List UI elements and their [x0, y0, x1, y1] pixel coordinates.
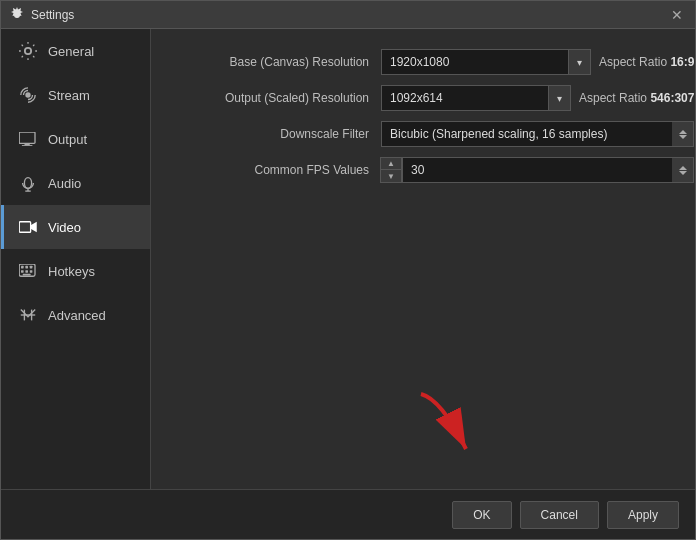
footer: OK Cancel Apply [1, 489, 695, 539]
svg-rect-3 [19, 132, 35, 143]
svg-rect-5 [22, 145, 33, 146]
fps-label: Common FPS Values [171, 163, 381, 177]
sidebar-item-output[interactable]: Output [1, 117, 150, 161]
svg-rect-17 [30, 270, 33, 273]
window-content: General Stream [1, 29, 695, 489]
video-icon [18, 217, 38, 237]
base-resolution-label: Base (Canvas) Resolution [171, 55, 381, 69]
fps-row: Common FPS Values ▲ ▼ 30 60 24 [171, 157, 694, 183]
output-resolution-input[interactable] [381, 85, 549, 111]
fps-arrow-up-icon [679, 166, 687, 170]
base-aspect-ratio-label: Aspect Ratio 16:9 [599, 55, 694, 69]
downscale-filter-select[interactable]: Bicubic (Sharpened scaling, 16 samples) [381, 121, 694, 147]
svg-rect-15 [21, 270, 24, 273]
sidebar-item-hotkeys[interactable]: Hotkeys [1, 249, 150, 293]
sidebar-video-label: Video [48, 220, 81, 235]
cancel-button[interactable]: Cancel [520, 501, 599, 529]
main-content: Base (Canvas) Resolution ▾ Aspect Ratio … [151, 29, 695, 489]
settings-title-icon [9, 7, 25, 23]
downscale-select-wrapper: Bicubic (Sharpened scaling, 16 samples) [381, 121, 694, 147]
fps-spinner-up[interactable]: ▲ [380, 157, 402, 170]
general-icon [18, 41, 38, 61]
fps-spinner[interactable]: ▲ ▼ [380, 157, 402, 183]
sidebar: General Stream [1, 29, 151, 489]
svg-rect-14 [30, 266, 33, 269]
base-resolution-controls: ▾ Aspect Ratio 16:9 [381, 49, 694, 75]
base-resolution-input[interactable] [381, 49, 569, 75]
sidebar-advanced-label: Advanced [48, 308, 106, 323]
output-resolution-label: Output (Scaled) Resolution [171, 91, 381, 105]
window-title: Settings [31, 8, 74, 22]
fps-spinner-down[interactable]: ▼ [380, 170, 402, 183]
settings-window: Settings ✕ General [0, 0, 696, 540]
svg-point-1 [25, 48, 31, 54]
fps-arrow[interactable] [672, 157, 694, 183]
sidebar-output-label: Output [48, 132, 87, 147]
downscale-filter-label: Downscale Filter [171, 127, 381, 141]
svg-point-6 [24, 178, 31, 189]
output-resolution-row: Output (Scaled) Resolution ▾ Aspect Rati… [171, 85, 694, 111]
hotkeys-icon [18, 261, 38, 281]
stream-icon [18, 85, 38, 105]
svg-rect-16 [25, 270, 28, 273]
downscale-filter-row: Downscale Filter Bicubic (Sharpened scal… [171, 121, 694, 147]
fps-arrow-down-icon [679, 171, 687, 175]
arrow-up-icon [679, 130, 687, 134]
sidebar-item-advanced[interactable]: Advanced [1, 293, 150, 337]
svg-rect-18 [23, 274, 31, 276]
base-resolution-dropdown[interactable]: ▾ [569, 49, 591, 75]
svg-point-2 [25, 92, 30, 97]
svg-rect-9 [19, 222, 30, 233]
video-settings-section: Base (Canvas) Resolution ▾ Aspect Ratio … [171, 49, 694, 469]
sidebar-item-general[interactable]: General [1, 29, 150, 73]
svg-rect-12 [21, 266, 24, 269]
fps-controls: ▲ ▼ 30 60 24 [381, 157, 694, 183]
sidebar-item-video[interactable]: Video [1, 205, 150, 249]
arrow-down-icon [679, 135, 687, 139]
fps-select-wrapper: 30 60 24 [402, 157, 694, 183]
downscale-filter-controls: Bicubic (Sharpened scaling, 16 samples) [381, 121, 694, 147]
svg-marker-10 [31, 222, 37, 233]
sidebar-general-label: General [48, 44, 94, 59]
titlebar: Settings ✕ [1, 1, 695, 29]
output-resolution-controls: ▾ Aspect Ratio 546:307 [381, 85, 694, 111]
svg-rect-13 [25, 266, 28, 269]
sidebar-item-audio[interactable]: Audio [1, 161, 150, 205]
output-resolution-dropdown[interactable]: ▾ [549, 85, 571, 111]
titlebar-left: Settings [9, 7, 74, 23]
sidebar-hotkeys-label: Hotkeys [48, 264, 95, 279]
apply-button[interactable]: Apply [607, 501, 679, 529]
advanced-icon [18, 305, 38, 325]
audio-icon [18, 173, 38, 193]
svg-rect-4 [25, 143, 30, 145]
output-icon [18, 129, 38, 149]
close-button[interactable]: ✕ [667, 5, 687, 25]
sidebar-audio-label: Audio [48, 176, 81, 191]
ok-button[interactable]: OK [452, 501, 511, 529]
fps-select[interactable]: 30 60 24 [402, 157, 694, 183]
base-resolution-row: Base (Canvas) Resolution ▾ Aspect Ratio … [171, 49, 694, 75]
sidebar-stream-label: Stream [48, 88, 90, 103]
downscale-filter-arrow[interactable] [672, 121, 694, 147]
output-aspect-ratio-label: Aspect Ratio 546:307 [579, 91, 694, 105]
sidebar-item-stream[interactable]: Stream [1, 73, 150, 117]
